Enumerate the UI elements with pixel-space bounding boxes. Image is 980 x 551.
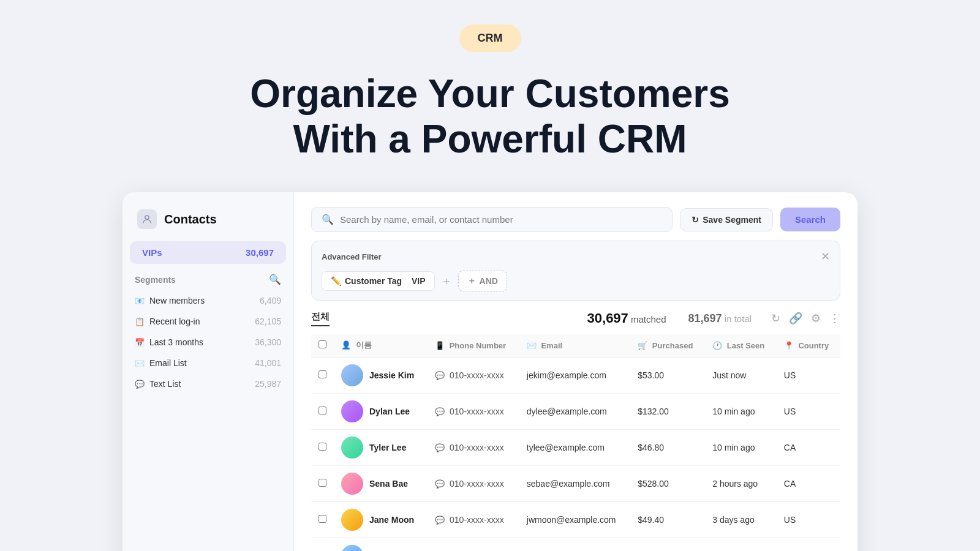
sidebar-item-recent-log-in[interactable]: 📋 Recent log-in 62,105 (123, 311, 293, 332)
and-label: AND (480, 276, 498, 286)
row-checkbox[interactable] (318, 370, 326, 378)
search-icon: 🔍 (322, 214, 334, 225)
results-tab[interactable]: 전체 (311, 311, 330, 326)
purchased-value: $49.40 (638, 515, 664, 525)
table-row[interactable]: Tyler Lee 💬 010-xxxx-xxxx tylee@example.… (311, 430, 840, 466)
country-header: 📍 Country (777, 334, 840, 358)
sidebar-item-vips[interactable]: VIPs 30,697 (130, 241, 286, 264)
filter-button[interactable]: ⚙ (811, 312, 821, 325)
advanced-filter-bar: Advanced Filter ✕ ✏️ Customer Tag VIP ＋ … (311, 241, 840, 301)
sidebar-item-label: Email List (149, 358, 187, 368)
main-ui-card: Contacts VIPs 30,697 Segments 🔍 📧 New me… (123, 192, 858, 551)
hero-section: Organize Your Customers With a Powerful … (250, 72, 730, 162)
row-checkbox[interactable] (318, 515, 326, 523)
phone-header-icon: 📱 (435, 341, 445, 350)
row-phone-cell: 💬 010-xxxx-xxxx (428, 430, 519, 466)
contact-avatar (341, 437, 363, 459)
row-email-cell: sebae@example.com (519, 466, 630, 502)
more-button[interactable]: ⋮ (829, 312, 840, 325)
purchased-header: 🛒 Purchased (630, 334, 705, 358)
contact-name: Sena Bae (369, 479, 408, 489)
sidebar-vips-label: VIPs (142, 247, 162, 258)
row-checkbox[interactable] (318, 479, 326, 487)
filter-tag-label: Customer Tag (345, 276, 402, 286)
purchased-value: $132.00 (638, 407, 669, 416)
name-header-icon: 👤 (341, 340, 351, 350)
sidebar-title: Contacts (164, 212, 217, 227)
contact-avatar (341, 400, 363, 422)
sidebar-item-new-members[interactable]: 📧 New members 6,409 (123, 290, 293, 311)
sidebar-item-email-list[interactable]: ✉️ Email List 41,001 (123, 353, 293, 373)
last-seen-value: 10 min ago (712, 407, 755, 416)
sidebar-item-label: New members (149, 296, 205, 305)
phone-number: 010-xxxx-xxxx (450, 479, 504, 489)
last-seen-value: 10 min ago (712, 443, 755, 452)
row-purchased-cell: $210.30 (630, 538, 705, 551)
save-segment-button[interactable]: ↻ Save Segment (680, 208, 773, 231)
phone-number: 010-xxxx-xxxx (450, 407, 504, 416)
row-checkbox[interactable] (318, 443, 326, 451)
contacts-icon (137, 209, 157, 229)
row-name-cell: Dylan Lee (334, 394, 428, 430)
row-name-cell: Sena Bae (334, 466, 428, 502)
phone-number: 010-xxxx-xxxx (450, 515, 504, 525)
sidebar: Contacts VIPs 30,697 Segments 🔍 📧 New me… (123, 192, 294, 551)
row-last-seen-cell: 10 min ago (705, 394, 777, 430)
results-matched: 30,697 matched (587, 310, 666, 326)
table-row[interactable]: Sena Bae 💬 010-xxxx-xxxx sebae@example.c… (311, 466, 840, 502)
email-value: dylee@example.com (527, 407, 607, 416)
close-filter-button[interactable]: ✕ (821, 250, 830, 263)
sidebar-vips-count: 30,697 (246, 247, 274, 258)
filter-tag-value: VIP (412, 276, 426, 286)
sidebar-header: Contacts (123, 209, 293, 241)
search-input[interactable] (340, 214, 662, 225)
last-seen-value: 2 hours ago (712, 479, 758, 489)
country-value: CA (784, 479, 796, 489)
table-row[interactable]: Jessie Kim 💬 010-xxxx-xxxx jekim@example… (311, 358, 840, 394)
country-header-icon: 📍 (784, 341, 794, 350)
refresh-button[interactable]: ↻ (771, 312, 780, 325)
table-header-row: 👤 이름 📱 Phone Number ✉️ Email 🛒 (311, 334, 840, 358)
share-button[interactable]: 🔗 (789, 312, 802, 325)
row-country-cell: US (777, 358, 840, 394)
row-phone-cell: 💬 010-xxxx-xxxx (428, 394, 519, 430)
row-email-cell: hyoh@example.com (519, 538, 630, 551)
table-row[interactable]: Dylan Lee 💬 010-xxxx-xxxx dylee@example.… (311, 394, 840, 430)
email-value: tylee@example.com (527, 443, 605, 452)
and-filter-button[interactable]: ＋ AND (458, 271, 507, 291)
country-value: US (784, 370, 796, 380)
row-checkbox[interactable] (318, 407, 326, 414)
search-input-wrapper[interactable]: 🔍 (311, 207, 673, 232)
contact-avatar (341, 473, 363, 495)
row-name-cell: Jane Moon (334, 502, 428, 538)
advanced-filter-header: Advanced Filter ✕ (322, 250, 830, 263)
save-segment-icon: ↻ (692, 215, 699, 225)
row-purchased-cell: $49.40 (630, 502, 705, 538)
customer-tag-filter[interactable]: ✏️ Customer Tag VIP (322, 271, 435, 291)
tag-icon: ✏️ (331, 276, 341, 286)
row-checkbox-cell (311, 430, 334, 466)
select-all-checkbox[interactable] (318, 340, 326, 348)
search-button[interactable]: Search (780, 208, 840, 231)
filter-tags: ✏️ Customer Tag VIP ＋ ＋ AND (322, 271, 830, 291)
row-last-seen-cell: 2 hours ago (705, 466, 777, 502)
row-last-seen-cell: Just now (705, 538, 777, 551)
email-header-icon: ✉️ (527, 341, 537, 350)
last-seen-value: 3 days ago (712, 515, 755, 525)
sidebar-item-icon: 💬 (135, 380, 145, 389)
search-icon[interactable]: 🔍 (269, 274, 281, 285)
checkbox-header (311, 334, 334, 358)
row-last-seen-cell: Just now (705, 358, 777, 394)
row-purchased-cell: $46.80 (630, 430, 705, 466)
table-row[interactable]: Jane Moon 💬 010-xxxx-xxxx jwmoon@example… (311, 502, 840, 538)
contact-avatar (341, 364, 363, 386)
phone-icon: 💬 (435, 407, 445, 416)
add-filter-condition-button[interactable]: ＋ (441, 274, 452, 288)
table-row[interactable]: Hayley Oh 💬 010-xxxx-xxxx hyoh@example.c… (311, 538, 840, 551)
sidebar-item-last-3-months[interactable]: 📅 Last 3 months 36,300 (123, 332, 293, 353)
purchased-header-icon: 🛒 (638, 341, 647, 350)
sidebar-item-text-list[interactable]: 💬 Text List 25,987 (123, 373, 293, 394)
phone-icon: 💬 (435, 479, 445, 489)
table-body: Jessie Kim 💬 010-xxxx-xxxx jekim@example… (311, 358, 840, 551)
last-seen-header-icon: 🕐 (712, 341, 722, 350)
